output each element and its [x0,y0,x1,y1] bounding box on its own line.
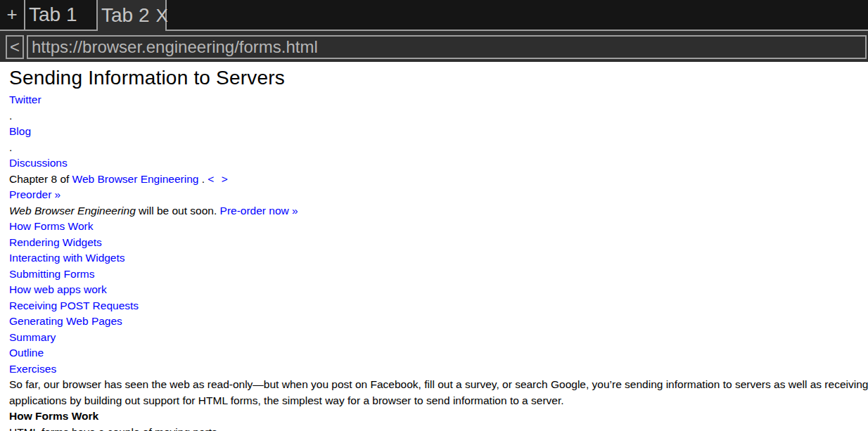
toc-line: Summary [9,330,868,346]
tab-1[interactable]: Tab 1 [25,0,96,30]
toc-link-summary[interactable]: Summary [9,331,56,343]
book-title-italic: Web Browser Engineering [9,205,136,217]
separator-dot: . [9,141,12,153]
toc-line: Receiving POST Requests [9,298,868,314]
browser-chrome: + Tab 1 Tab 2 X < https://browser.engine… [0,0,868,62]
address-bar-row: < https://browser.engineering/forms.html [0,31,868,62]
toc-line: Rendering Widgets [9,235,868,251]
intro-paragraph-line-2: applications by building out support for… [9,393,868,409]
toc-link-receiving-post-requests[interactable]: Receiving POST Requests [9,300,139,311]
toc-link-outline[interactable]: Outline [9,347,44,359]
toc-line: How web apps work [9,282,868,298]
twitter-link[interactable]: Twitter [9,94,42,105]
tab-bar: + Tab 1 Tab 2 X [0,0,868,31]
tab-2-label: Tab 2 [101,4,150,27]
toc-link-rendering-widgets[interactable]: Rendering Widgets [9,236,102,248]
page-lines: Twitter . Blog . Discussions Chapter 8 o… [9,92,868,431]
toc-line: How Forms Work [9,219,868,235]
toc-link-interacting-with-widgets[interactable]: Interacting with Widgets [9,252,125,264]
preorder-link[interactable]: Preorder » [9,188,60,200]
nav-line: Blog [9,124,868,140]
toc-link-how-forms-work[interactable]: How Forms Work [9,220,93,232]
nav-line: Twitter [9,92,868,108]
url-text: https://browser.engineering/forms.html [32,37,318,57]
toc-line: Generating Web Pages [9,314,868,330]
chapter-line: Chapter 8 of Web Browser Engineering . <… [9,172,868,188]
preorder-line: Preorder » [9,187,868,203]
new-tab-button[interactable]: + [0,0,25,30]
promo-text: will be out soon. [136,205,220,217]
page-title: Sending Information to Servers [9,65,868,91]
preorder-now-link[interactable]: Pre-order now » [220,205,298,217]
tab-1-label: Tab 1 [29,4,77,26]
page-content: Sending Information to Servers Twitter .… [0,62,868,431]
separator-dot: . [9,110,12,122]
back-button[interactable]: < [6,35,24,59]
toc-link-generating-web-pages[interactable]: Generating Web Pages [9,315,122,327]
address-bar[interactable]: https://browser.engineering/forms.html [27,35,867,59]
tab-2[interactable]: Tab 2 X [96,0,167,31]
nav-line: Discussions [9,155,868,172]
clipped-paragraph-line: HTML forms have a couple of moving parts… [9,425,868,431]
book-link[interactable]: Web Browser Engineering [72,173,199,185]
tab-close-icon[interactable]: X [156,5,168,27]
separator-line: . [9,140,868,156]
toc-line: Interacting with Widgets [9,250,868,266]
toc-line: Submitting Forms [9,266,868,283]
promo-line: Web Browser Engineering will be out soon… [9,203,868,219]
toc-line: Exercises [9,361,868,378]
toc-link-how-web-apps-work[interactable]: How web apps work [9,283,107,295]
toc-line: Outline [9,345,868,361]
blog-link[interactable]: Blog [9,125,31,137]
intro-paragraph-line-1: So far, our browser has seen the web as … [9,377,868,393]
separator-line: . [9,108,868,124]
chapter-prefix: Chapter 8 of [9,173,72,185]
toc-link-exercises[interactable]: Exercises [9,363,56,375]
next-chapter-link[interactable]: > [222,173,228,185]
toc-link-submitting-forms[interactable]: Submitting Forms [9,268,94,280]
section-heading: How Forms Work [9,409,868,425]
discussions-link[interactable]: Discussions [9,157,68,169]
prev-chapter-link[interactable]: < [208,173,214,185]
browser-window: + Tab 1 Tab 2 X < https://browser.engine… [0,0,868,431]
